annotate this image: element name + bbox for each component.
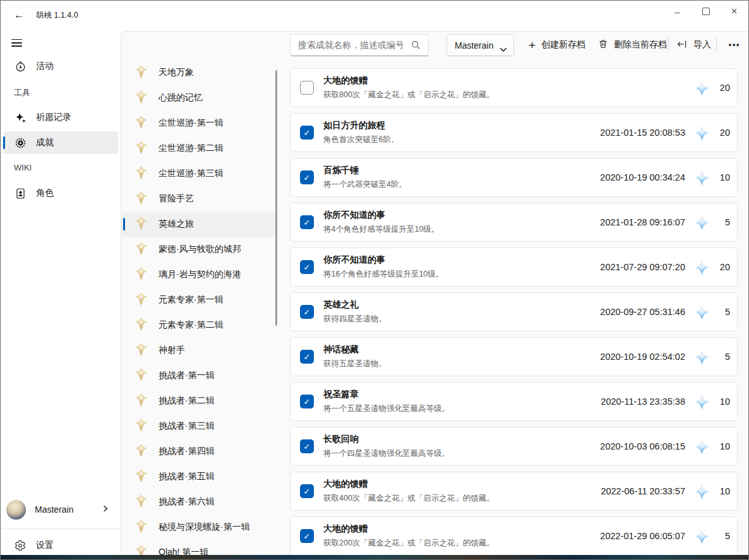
- import-button[interactable]: 导入: [674, 35, 714, 55]
- category-item[interactable]: 挑战者·第一辑: [121, 363, 276, 388]
- category-list: 天地万象 心跳的记忆 尘世巡游·第一辑 尘世巡游·第二辑 尘世巡游·第三辑 冒险…: [121, 60, 276, 560]
- sidebar-item-characters[interactable]: 角色: [3, 182, 118, 205]
- achievement-reward: 10: [714, 172, 730, 182]
- category-item[interactable]: 英雄之旅: [121, 211, 276, 237]
- achievement-checkbox[interactable]: ✓: [300, 126, 314, 140]
- back-button[interactable]: ←: [8, 6, 30, 25]
- achievement-checkbox[interactable]: ✓: [300, 215, 314, 229]
- category-label: 挑战者·第六辑: [159, 496, 215, 508]
- category-label: 尘世巡游·第三辑: [159, 168, 224, 179]
- category-emblem-icon: [134, 140, 148, 157]
- category-label: 天地万象: [159, 67, 194, 78]
- minimize-button[interactable]: –: [663, 1, 692, 22]
- sidebar-item-achievements[interactable]: 成就: [3, 131, 118, 154]
- category-label: 挑战者·第三辑: [159, 420, 215, 432]
- check-icon: ✓: [304, 174, 311, 182]
- achievement-card: ✓ 英雄之礼 获得四星圣遗物。 2020-09-27 05:31:46 5: [290, 292, 738, 331]
- achievement-checkbox[interactable]: ✓: [300, 350, 314, 364]
- achievement-checkbox[interactable]: [300, 81, 314, 95]
- check-icon: ✓: [304, 398, 311, 406]
- primogem-icon: [693, 438, 710, 458]
- category-item[interactable]: 元素专家·第一辑: [121, 287, 276, 313]
- check-icon: ✓: [304, 532, 311, 540]
- close-button[interactable]: ×: [720, 1, 748, 22]
- category-label: 尘世巡游·第一辑: [159, 117, 224, 129]
- category-item[interactable]: 天地万象: [121, 60, 276, 85]
- category-emblem-icon: [134, 266, 148, 283]
- achievement-checkbox[interactable]: ✓: [300, 529, 314, 543]
- achievement-title: 长歌回响: [323, 434, 359, 445]
- category-item[interactable]: 神射手: [121, 338, 276, 363]
- chevron-right-icon: [102, 504, 109, 515]
- achievement-date: 2020-10-19 00:34:24: [600, 172, 685, 182]
- category-item[interactable]: 挑战者·第三辑: [121, 414, 276, 439]
- category-item[interactable]: 挑战者·第六辑: [121, 489, 276, 515]
- achievement-date: 2021-01-15 20:08:53: [600, 128, 685, 138]
- achievement-checkbox[interactable]: ✓: [300, 170, 314, 184]
- category-item[interactable]: 挑战者·第二辑: [121, 388, 276, 414]
- achievement-card: ✓ 如日方升的旅程 角色首次突破至6阶。 2021-01-15 20:08:53…: [290, 113, 738, 152]
- archive-selector-value: Masterain: [455, 40, 493, 51]
- achievement-description: 将16个角色好感等级提升至10级。: [323, 269, 443, 280]
- achievement-description: 获取800次「藏金之花」或「启示之花」的馈藏。: [323, 90, 494, 100]
- check-icon: ✓: [304, 487, 311, 496]
- achievement-checkbox[interactable]: ✓: [300, 439, 314, 453]
- user-account-button[interactable]: Masterain: [3, 496, 118, 523]
- achievement-card: ✓ 长歌回响 将一个四星圣遗物强化至最高等级。 2020-10-03 06:08…: [290, 427, 738, 466]
- primogem-icon: [693, 124, 710, 144]
- category-emblem-icon: [134, 367, 148, 384]
- archive-selector[interactable]: Masterain: [446, 34, 514, 56]
- category-scrollbar[interactable]: [275, 70, 277, 326]
- category-emblem-icon: [134, 90, 148, 107]
- achievement-reward: 5: [714, 307, 730, 317]
- primogem-icon: [693, 169, 710, 189]
- achievement-checkbox[interactable]: ✓: [300, 260, 314, 274]
- primogem-icon: [693, 304, 710, 323]
- category-item[interactable]: 心跳的记忆: [121, 85, 276, 110]
- category-item[interactable]: 尘世巡游·第一辑: [121, 110, 276, 136]
- category-item[interactable]: 秘境与深境螺旋·第一辑: [121, 515, 276, 540]
- sidebar-item-label: 活动: [36, 61, 54, 72]
- category-item[interactable]: 冒险手艺: [121, 186, 276, 211]
- menu-toggle-button[interactable]: [11, 37, 22, 49]
- close-icon: ×: [731, 5, 738, 18]
- sidebar-item-settings[interactable]: 设置: [3, 534, 118, 557]
- achievement-title: 祝圣篇章: [323, 389, 359, 400]
- sidebar-section-wiki: WIKI: [14, 163, 32, 172]
- category-label: 元素专家·第一辑: [159, 294, 224, 306]
- import-icon: [676, 39, 688, 51]
- achievement-title: 百炼千锤: [323, 165, 359, 176]
- maximize-button[interactable]: [692, 1, 720, 22]
- more-options-button[interactable]: •••: [721, 35, 748, 55]
- delete-archive-button[interactable]: 删除当前存档: [596, 35, 669, 55]
- search-input[interactable]: [291, 35, 410, 54]
- achievement-date: 2021-01-28 09:16:07: [600, 217, 685, 227]
- category-item[interactable]: 璃月·岩与契约的海港: [121, 262, 276, 287]
- category-item[interactable]: 蒙德·风与牧歌的城邦: [121, 237, 276, 262]
- category-emblem-icon: [134, 342, 148, 359]
- category-emblem-icon: [134, 64, 148, 81]
- achievement-checkbox[interactable]: ✓: [300, 395, 314, 408]
- achievement-reward: 10: [714, 396, 730, 407]
- achievement-description: 获取200次「藏金之花」或「启示之花」的馈藏。: [323, 538, 494, 549]
- person-badge-icon: [14, 188, 27, 200]
- category-item[interactable]: 元素专家·第二辑: [121, 313, 276, 338]
- check-icon: ✓: [304, 443, 311, 451]
- category-item[interactable]: 挑战者·第五辑: [121, 464, 276, 489]
- achievement-checkbox[interactable]: ✓: [300, 484, 314, 498]
- ellipsis-icon: •••: [729, 40, 741, 49]
- category-item[interactable]: 挑战者·第四辑: [121, 439, 276, 464]
- check-icon: ✓: [304, 129, 311, 137]
- category-item[interactable]: 尘世巡游·第三辑: [121, 161, 276, 186]
- category-label: 元素专家·第二辑: [159, 319, 224, 331]
- create-archive-button[interactable]: + 创建新存档: [526, 35, 588, 55]
- background-art-strip: [1, 555, 749, 559]
- trash-icon: [598, 39, 608, 51]
- sidebar-item-wish-history[interactable]: 祈愿记录: [3, 106, 118, 129]
- category-item[interactable]: 尘世巡游·第二辑: [121, 136, 276, 161]
- sidebar-item-activity[interactable]: 活动: [3, 55, 118, 78]
- search-icon[interactable]: [410, 40, 421, 52]
- app-title: 胡桃 1.1.4.0: [36, 10, 78, 21]
- category-emblem-icon: [134, 443, 148, 460]
- achievement-checkbox[interactable]: ✓: [300, 305, 314, 319]
